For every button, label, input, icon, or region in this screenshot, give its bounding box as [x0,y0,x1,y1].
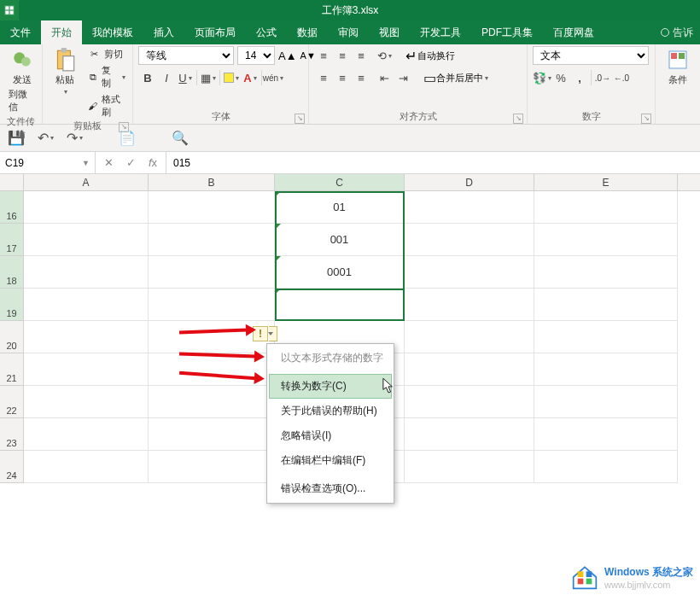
cell[interactable] [405,386,534,418]
align-top-button[interactable]: ≡ [314,46,333,65]
row-header[interactable]: 18 [0,256,24,289]
cell[interactable] [534,321,678,353]
font-launcher[interactable]: ↘ [295,114,305,124]
cell[interactable] [149,289,275,321]
menu-edit-in-bar[interactable]: 在编辑栏中编辑(F) [269,448,392,473]
align-left-button[interactable]: ≡ [314,68,333,87]
row-header[interactable]: 23 [0,418,24,451]
cell[interactable] [149,191,275,224]
menu-convert-to-number[interactable]: 转换为数字(C) [269,374,392,399]
font-size-select[interactable]: 14 [237,46,275,65]
cell[interactable]: 001 [275,224,405,256]
row-header[interactable]: 17 [0,224,24,256]
cell[interactable] [534,191,678,224]
worksheet[interactable]: A B C D E 1601 17001 180001 19 20 21 22 … [0,174,700,483]
font-color-button[interactable]: A▾ [241,68,260,87]
cell[interactable] [534,451,678,483]
menu-error-options[interactable]: 错误检查选项(O)... [269,476,392,501]
cell[interactable] [534,224,678,256]
col-header-A[interactable]: A [24,174,149,190]
cell[interactable] [405,418,534,451]
copy-button[interactable]: ⧉复制▾ [85,63,127,90]
cell[interactable] [24,451,149,483]
formula-input[interactable] [166,152,700,173]
grow-font-button[interactable]: A▲ [278,50,297,62]
row-header[interactable]: 19 [0,289,24,321]
cell[interactable] [24,224,149,256]
cell[interactable] [24,353,149,386]
cell[interactable] [149,418,275,451]
fill-color-button[interactable]: ▾ [222,68,241,87]
border-button[interactable]: ▦▾ [199,68,218,87]
col-header-C[interactable]: C [275,174,405,190]
tell-me[interactable]: 告诉 [654,20,700,44]
cell[interactable] [149,256,275,289]
tab-file[interactable]: 文件 [0,20,41,44]
cell[interactable] [534,353,678,386]
wrap-text-button[interactable]: 自动换行 [417,50,455,62]
cell[interactable] [149,224,275,256]
number-format-select[interactable]: 文本 [533,46,649,65]
row-header[interactable]: 16 [0,191,24,224]
cell[interactable] [24,289,149,321]
cancel-button[interactable]: ✕ [101,156,116,169]
cell[interactable] [405,353,534,386]
tab-view[interactable]: 视图 [369,20,410,44]
col-header-E[interactable]: E [534,174,678,190]
row-header[interactable]: 21 [0,353,24,386]
cell[interactable] [405,321,534,353]
cell[interactable] [24,256,149,289]
phonetic-button[interactable]: wén▾ [264,68,283,87]
increase-indent-button[interactable]: ⇥ [394,68,412,87]
cell[interactable] [405,451,534,483]
menu-help[interactable]: 关于此错误的帮助(H) [269,399,392,423]
print-preview-button[interactable]: 🔍 [171,129,190,148]
name-box[interactable]: C19▼ [0,152,96,173]
col-header-D[interactable]: D [405,174,534,190]
app-menu-icon[interactable] [0,0,19,20]
menu-ignore[interactable]: 忽略错误(I) [269,423,392,448]
tab-data[interactable]: 数据 [287,20,328,44]
merge-center-button[interactable]: 合并后居中 [436,72,483,85]
tab-pdf[interactable]: PDF工具集 [471,20,543,44]
cell[interactable] [405,256,534,289]
align-right-button[interactable]: ≡ [352,68,370,87]
tab-review[interactable]: 审阅 [328,20,369,44]
align-center-button[interactable]: ≡ [333,68,352,87]
cell[interactable]: 0001 [275,256,405,289]
tab-pagelayout[interactable]: 页面布局 [184,20,246,44]
accounting-format-button[interactable]: 💱▾ [533,68,551,87]
decrease-decimal-button[interactable]: ←.0 [612,68,631,87]
format-painter-button[interactable]: 🖌格式刷 [85,92,127,120]
row-header[interactable]: 22 [0,386,24,418]
col-header-B[interactable]: B [149,174,275,190]
enter-button[interactable]: ✓ [123,156,138,169]
conditional-format-button[interactable]: 条件 [661,46,695,88]
cell[interactable] [534,418,678,451]
paste-button[interactable]: 粘贴▾ [48,46,82,97]
align-bottom-button[interactable]: ≡ [352,46,370,65]
tab-insert[interactable]: 插入 [143,20,184,44]
cell[interactable] [405,289,534,321]
cell[interactable] [275,289,405,321]
tab-developer[interactable]: 开发工具 [410,20,471,44]
clipboard-launcher[interactable]: ↘ [119,122,129,132]
cell[interactable] [534,386,678,418]
bold-button[interactable]: B [138,68,157,87]
tab-home[interactable]: 开始 [41,20,82,44]
increase-decimal-button[interactable]: .0→ [593,68,612,87]
cell[interactable] [24,386,149,418]
italic-button[interactable]: I [157,68,176,87]
cell[interactable] [149,386,275,418]
underline-button[interactable]: U▾ [176,68,195,87]
cell[interactable] [534,256,678,289]
alignment-launcher[interactable]: ↘ [513,114,523,124]
row-header[interactable]: 20 [0,321,24,353]
fx-button[interactable]: fx [145,156,160,169]
namebox-dropdown-icon[interactable]: ▼ [82,159,90,167]
cut-button[interactable]: ✂剪切 [85,46,127,61]
tab-templates[interactable]: 我的模板 [82,20,143,44]
cell[interactable] [405,191,534,224]
cell[interactable] [24,418,149,451]
font-name-select[interactable]: 等线 [138,46,234,65]
